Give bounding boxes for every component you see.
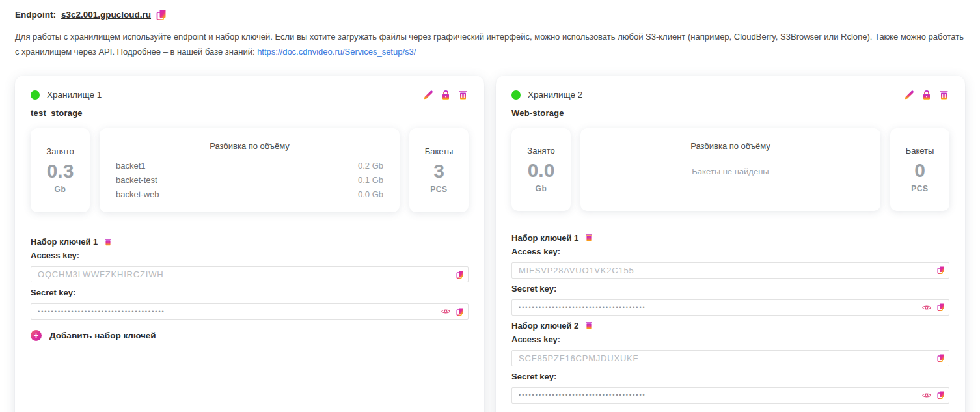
keyset-title: Набор ключей 2 bbox=[511, 321, 578, 331]
keyset-1: Набор ключей 1 Access key: Secret key: bbox=[511, 233, 949, 316]
keyset-title: Набор ключей 1 bbox=[511, 233, 578, 243]
copy-icon[interactable] bbox=[937, 266, 945, 275]
card-actions bbox=[423, 90, 469, 100]
buckets-stat: Бакеты 3 PCS bbox=[409, 128, 469, 213]
status-dot bbox=[31, 90, 40, 100]
buckets-value: 0 bbox=[914, 161, 925, 180]
eye-icon[interactable] bbox=[922, 392, 931, 399]
trash-icon[interactable] bbox=[458, 90, 469, 100]
access-key-label: Access key: bbox=[511, 247, 949, 256]
bucket-name: backet1 bbox=[116, 160, 146, 172]
card-actions bbox=[904, 90, 949, 100]
secret-key-label: Secret key: bbox=[31, 288, 469, 297]
add-keyset-button[interactable]: + Добавить набор ключей bbox=[31, 330, 156, 341]
used-value: 0.0 bbox=[528, 161, 555, 180]
bucket-row: backet-web 0.0 Gb bbox=[116, 189, 383, 200]
lock-icon[interactable] bbox=[441, 90, 451, 100]
secret-key-label: Secret key: bbox=[511, 372, 949, 381]
storage-cards: Хранилище 1 test_storage Занято 0.3 Gb bbox=[15, 76, 965, 412]
keyset-2: Набор ключей 2 Access key: Secret key: bbox=[511, 321, 949, 404]
kb-link[interactable]: https://doc.cdnvideo.ru/Services_setup/s… bbox=[257, 47, 416, 57]
eye-icon[interactable] bbox=[922, 304, 931, 311]
endpoint-label: Endpoint: bbox=[15, 10, 56, 20]
trash-icon[interactable] bbox=[585, 321, 593, 330]
plus-icon: + bbox=[31, 330, 42, 341]
buckets-value: 3 bbox=[433, 161, 444, 181]
bucket-row: backet1 0.2 Gb bbox=[116, 160, 383, 172]
secret-key-input[interactable] bbox=[511, 299, 949, 316]
access-key-input[interactable] bbox=[511, 262, 949, 279]
buckets-label: Бакеты bbox=[425, 146, 454, 156]
bucket-name: backet-test bbox=[116, 174, 157, 186]
used-stat: Занято 0.3 Gb bbox=[31, 128, 90, 213]
buckets-unit: PCS bbox=[911, 184, 928, 193]
add-keyset-label: Добавить набор ключей bbox=[49, 331, 156, 340]
keyset-title: Набор ключей 1 bbox=[31, 237, 98, 247]
bucket-size: 0.1 Gb bbox=[358, 174, 383, 186]
pencil-icon[interactable] bbox=[423, 90, 433, 100]
secret-key-label: Secret key: bbox=[511, 284, 949, 294]
breakdown-empty-message: Бакеты не найдены bbox=[597, 167, 864, 176]
card-title: Хранилище 1 bbox=[47, 90, 102, 100]
breakdown-title: Разбивка по объёму bbox=[116, 141, 383, 151]
endpoint-row: Endpoint: s3c2.001.gpucloud.ru bbox=[15, 9, 965, 20]
trash-icon[interactable] bbox=[104, 238, 113, 247]
status-dot bbox=[511, 90, 521, 100]
bucket-size: 0.2 Gb bbox=[358, 160, 383, 172]
eye-icon[interactable] bbox=[441, 308, 450, 315]
buckets-stat: Бакеты 0 PCS bbox=[890, 128, 949, 211]
intro-body: Для работы с хранилищем используйте endp… bbox=[15, 32, 964, 57]
card-header: Хранилище 1 bbox=[31, 90, 469, 100]
breakdown-box: Разбивка по объёму backet1 0.2 Gb backet… bbox=[100, 128, 400, 213]
storage-name: test_storage bbox=[31, 108, 469, 118]
card-title: Хранилище 2 bbox=[528, 90, 582, 100]
intro-text: Для работы с хранилищем используйте endp… bbox=[15, 30, 965, 60]
access-key-input[interactable] bbox=[31, 266, 469, 282]
copy-icon[interactable] bbox=[456, 307, 464, 316]
trash-icon[interactable] bbox=[939, 90, 949, 100]
buckets-unit: PCS bbox=[430, 185, 447, 194]
used-label: Занято bbox=[527, 146, 554, 156]
copy-icon[interactable] bbox=[937, 391, 945, 400]
storage-card-2: Хранилище 2 Web-storage Занято 0.0 Gb bbox=[496, 76, 965, 412]
stats-row: Занято 0.0 Gb Разбивка по объёму Бакеты … bbox=[511, 128, 949, 211]
endpoint-link[interactable]: s3c2.001.gpucloud.ru bbox=[61, 10, 151, 20]
keyset-1: Набор ключей 1 Access key: Secret key: bbox=[31, 237, 469, 320]
copy-icon[interactable] bbox=[937, 353, 945, 363]
lock-icon[interactable] bbox=[921, 90, 932, 100]
bucket-row: backet-test 0.1 Gb bbox=[116, 174, 383, 186]
keys-area: Набор ключей 1 Access key: Secret key: bbox=[511, 233, 949, 409]
access-key-label: Access key: bbox=[31, 251, 469, 260]
trash-icon[interactable] bbox=[585, 233, 593, 242]
card-header: Хранилище 2 bbox=[511, 90, 949, 100]
copy-icon[interactable] bbox=[156, 9, 167, 20]
used-value: 0.3 bbox=[47, 161, 74, 181]
breakdown-box: Разбивка по объёму Бакеты не найдены bbox=[580, 128, 880, 211]
storage-name: Web-storage bbox=[511, 108, 949, 118]
access-key-input[interactable] bbox=[511, 350, 949, 366]
used-stat: Занято 0.0 Gb bbox=[511, 128, 571, 211]
buckets-label: Бакеты bbox=[906, 146, 934, 156]
used-unit: Gb bbox=[55, 185, 66, 194]
copy-icon[interactable] bbox=[937, 303, 945, 312]
used-unit: Gb bbox=[536, 184, 547, 193]
used-label: Занято bbox=[46, 146, 74, 156]
secret-key-input[interactable] bbox=[31, 303, 469, 320]
access-key-label: Access key: bbox=[511, 335, 949, 344]
pencil-icon[interactable] bbox=[904, 90, 914, 100]
bucket-size: 0.0 Gb bbox=[358, 189, 383, 200]
bucket-name: backet-web bbox=[116, 189, 159, 200]
breakdown-title: Разбивка по объёму bbox=[597, 141, 864, 151]
keys-area: Набор ключей 1 Access key: Secret key: bbox=[31, 237, 469, 341]
copy-icon[interactable] bbox=[456, 270, 464, 279]
stats-row: Занято 0.3 Gb Разбивка по объёму backet1… bbox=[31, 128, 469, 213]
storage-card-1: Хранилище 1 test_storage Занято 0.3 Gb bbox=[15, 76, 484, 412]
secret-key-input[interactable] bbox=[511, 387, 949, 404]
